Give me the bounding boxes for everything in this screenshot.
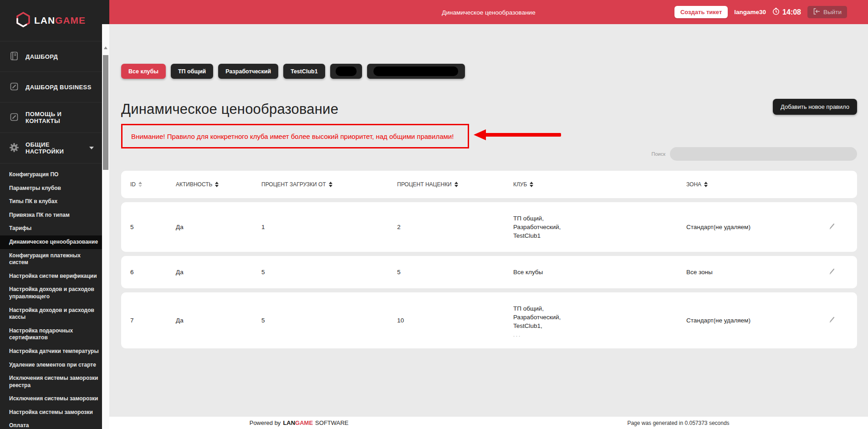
redaction-blob xyxy=(373,66,458,76)
submenu-item[interactable]: Параметры клубов xyxy=(0,182,102,195)
column-header-id[interactable]: ID xyxy=(130,181,176,188)
journal-icon xyxy=(9,51,19,62)
topbar: Динамическое ценообразование Создать тик… xyxy=(109,0,868,24)
edit-rule-button[interactable] xyxy=(828,316,836,325)
edit-square-icon xyxy=(9,112,19,123)
column-header-load-percent[interactable]: ПРОЦЕНТ ЗАГРУЗКИ ОТ xyxy=(261,181,397,188)
cell-markup-percent: 2 xyxy=(397,224,513,230)
clipped-text: ... xyxy=(513,333,686,337)
footer: Powered by LANGAME SOFTWARE Page was gen… xyxy=(109,417,868,429)
clock-widget: 14:08 xyxy=(772,8,801,17)
submenu-item[interactable]: Привязка ПК по типам xyxy=(0,209,102,222)
sidebar-scrollbar[interactable] xyxy=(102,24,109,429)
cell-club: Все клубы xyxy=(513,268,686,276)
filter-club-button-redacted[interactable] xyxy=(330,64,362,79)
pencil-icon xyxy=(828,318,836,325)
table-row: 5 Да 1 2 ТП общий, Разработческий, TestC… xyxy=(121,202,857,252)
cell-zone: Все зоны xyxy=(686,269,816,276)
edit-rule-button[interactable] xyxy=(828,223,836,231)
langame-hexagon-icon xyxy=(16,12,30,29)
table-row: 7 Да 5 10 ТП общий, Разработческий, Test… xyxy=(121,292,857,348)
column-header-markup-percent[interactable]: ПРОЦЕНТ НАЦЕНКИ xyxy=(397,181,513,188)
search-label: Поиск xyxy=(652,151,665,157)
logout-button[interactable]: Выйти xyxy=(807,6,847,18)
cell-club: ТП общий, Разработческий, TestClub1, ... xyxy=(513,304,686,337)
submenu-item-dynamic-pricing-active[interactable]: Динамическое ценообразование xyxy=(0,235,102,249)
cell-markup-percent: 5 xyxy=(397,269,513,276)
topbar-actions: Создать тикет langame30 14:08 Выйти xyxy=(674,0,847,24)
sidebar-item-general-settings[interactable]: ОБЩИЕ НАСТРОЙКИ xyxy=(0,133,102,163)
logout-label: Выйти xyxy=(823,9,842,15)
add-new-rule-button[interactable]: Добавить новое правило xyxy=(773,99,857,115)
sidebar-item-dashboard[interactable]: ДАШБОРД xyxy=(0,41,102,72)
settings-submenu: Конфигурация ПО Параметры клубов Типы ПК… xyxy=(0,163,102,429)
filter-club-button[interactable]: TestClub1 xyxy=(283,64,325,79)
submenu-item[interactable]: Конфигурация ПО xyxy=(0,168,102,182)
warning-text: Внимание! Правило для конкретного клуба … xyxy=(131,133,454,140)
submenu-item[interactable]: Настройка доходов и расходов кассы xyxy=(0,304,102,324)
filter-all-clubs-button[interactable]: Все клубы xyxy=(121,64,166,79)
submenu-item[interactable]: Настройка систем верификации xyxy=(0,270,102,283)
column-header-activity[interactable]: АКТИВНОСТЬ xyxy=(176,181,261,188)
submenu-item[interactable]: Конфигурация платежных систем xyxy=(0,249,102,270)
sidebar-item-dashboard-business[interactable]: ДАШБОРД BUSINESS xyxy=(0,72,102,102)
submenu-item[interactable]: Оплата xyxy=(0,419,102,429)
sidebar-item-label: ПОМОЩЬ И КОНТАКТЫ xyxy=(26,111,97,124)
cell-club: ТП общий, Разработческий, TestClub1 xyxy=(513,214,686,240)
table-row: 6 Да 5 5 Все клубы Все зоны xyxy=(121,256,857,288)
priority-warning-box: Внимание! Правило для конкретного клуба … xyxy=(121,124,469,148)
edit-rule-button[interactable] xyxy=(828,268,836,276)
submenu-item[interactable]: Настройка доходов и расходов управляющег… xyxy=(0,283,102,303)
cell-zone: Стандарт(не удаляем) xyxy=(686,224,816,230)
scrollbar-up-arrow-icon[interactable] xyxy=(104,46,107,49)
table-header-row: ID АКТИВНОСТЬ ПРОЦЕНТ ЗАГРУЗКИ ОТ ПРОЦЕН… xyxy=(121,171,857,198)
cell-load-percent: 5 xyxy=(261,317,397,324)
sort-icon xyxy=(329,182,332,187)
create-ticket-button[interactable]: Создать тикет xyxy=(674,6,728,18)
sidebar-item-help-contacts[interactable]: ПОМОЩЬ И КОНТАКТЫ xyxy=(0,102,102,133)
sidebar-item-label: ОБЩИЕ НАСТРОЙКИ xyxy=(26,141,83,155)
cell-id: 7 xyxy=(130,317,176,324)
app-logo[interactable]: LANGAME xyxy=(0,0,102,41)
sort-icon xyxy=(215,182,219,187)
column-header-zone[interactable]: ЗОНА xyxy=(686,181,816,188)
submenu-item[interactable]: Исключения системы заморозки реестра xyxy=(0,372,102,392)
pencil-icon xyxy=(828,225,836,231)
cell-markup-percent: 10 xyxy=(397,317,513,324)
topbar-page-title: Динамическое ценообразование xyxy=(442,9,535,15)
time-label: 14:08 xyxy=(782,8,801,16)
sidebar-item-label: ДАШБОРД BUSINESS xyxy=(26,84,92,91)
sort-icon xyxy=(704,182,708,187)
footer-brand: LANGAME xyxy=(283,419,313,426)
main-content: Все клубы ТП общий Разработческий TestCl… xyxy=(109,24,868,417)
sort-icon xyxy=(138,182,142,187)
search-input[interactable] xyxy=(670,147,857,161)
exit-icon xyxy=(813,8,820,16)
cell-id: 6 xyxy=(130,269,176,276)
column-header-club[interactable]: КЛУБ xyxy=(513,181,686,188)
edit-square-icon xyxy=(9,82,19,93)
scrollbar-thumb[interactable] xyxy=(103,55,108,170)
submenu-item[interactable]: Настройка подарочных сертификатов xyxy=(0,324,102,345)
footer-powered-by: Powered by LANGAME SOFTWARE xyxy=(109,417,489,429)
submenu-item[interactable]: Удаление элементов при старте xyxy=(0,358,102,372)
submenu-item[interactable]: Тарифы xyxy=(0,222,102,235)
redaction-blob xyxy=(336,66,357,76)
filter-club-button[interactable]: ТП общий xyxy=(171,64,213,79)
submenu-item[interactable]: Настройка системы заморозки xyxy=(0,406,102,419)
logo-text: LANGAME xyxy=(34,15,86,26)
filter-club-button-redacted[interactable] xyxy=(367,64,465,79)
arrow-shaft xyxy=(485,133,561,137)
sort-icon xyxy=(454,182,458,187)
submenu-item[interactable]: Типы ПК в клубах xyxy=(0,195,102,209)
pencil-icon xyxy=(828,270,836,276)
username-label: langame30 xyxy=(734,9,766,15)
search-row: Поиск xyxy=(652,147,857,161)
filter-club-button[interactable]: Разработческий xyxy=(218,64,278,79)
sidebar-item-label: ДАШБОРД xyxy=(26,53,58,60)
submenu-item[interactable]: Настройка датчики температуры xyxy=(0,345,102,358)
submenu-item[interactable]: Исключения системы заморозки xyxy=(0,392,102,406)
gear-icon xyxy=(9,143,19,154)
cell-load-percent: 1 xyxy=(261,224,397,230)
arrow-head xyxy=(474,129,486,140)
